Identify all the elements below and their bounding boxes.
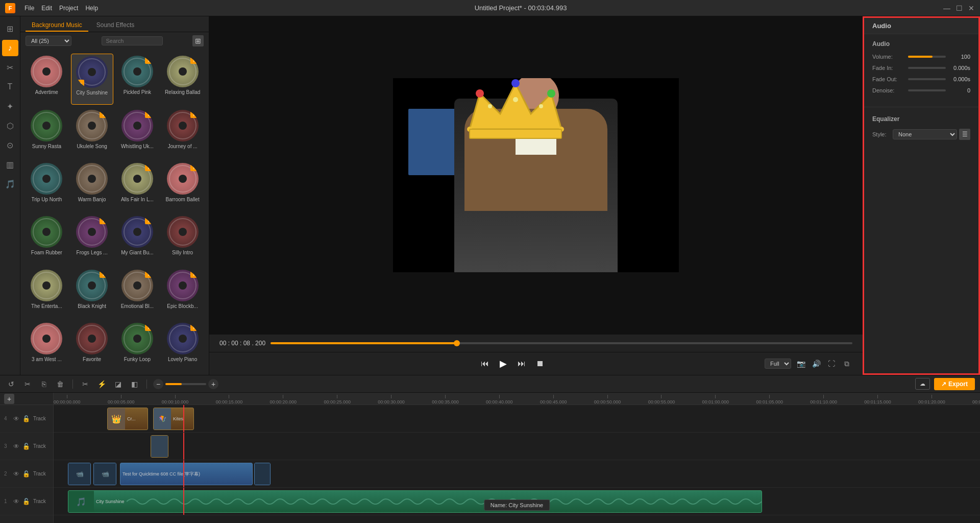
fade-in-slider[interactable] — [908, 67, 946, 69]
music-item-16[interactable]: Silly Intro — [161, 214, 204, 264]
clip-video-end[interactable] — [254, 463, 271, 485]
denoise-slider[interactable] — [908, 89, 946, 91]
sidebar-icon-stickers[interactable]: ⊙ — [2, 137, 18, 153]
split-button[interactable]: ✂ — [21, 378, 34, 390]
ruler-line-14 — [823, 395, 824, 398]
music-item-19[interactable]: ↓Emotional Bl... — [116, 268, 159, 318]
menu-file[interactable]: File — [24, 5, 34, 12]
music-item-21[interactable]: 3 am West ... — [26, 321, 68, 371]
grid-view-button[interactable]: ⊞ — [192, 35, 204, 46]
music-item-7[interactable]: ↓Whistling Uk... — [116, 108, 159, 158]
delete-button[interactable]: 🗑 — [54, 378, 66, 390]
clip-video-1[interactable]: 📹 — [68, 463, 91, 485]
music-item-3[interactable]: ↓Pickled Pink — [116, 54, 159, 105]
tab-sound-effects[interactable]: Sound Effects — [90, 19, 141, 32]
track-visibility-3[interactable]: 👁 — [13, 443, 19, 450]
progress-fill — [271, 342, 457, 344]
music-item-10[interactable]: Warm Banjo — [71, 161, 113, 211]
music-item-14[interactable]: ↓Frogs Legs ... — [71, 214, 113, 264]
music-item-4[interactable]: ↓Relaxing Ballad — [161, 54, 204, 105]
skip-forward-button[interactable]: ⏭ — [514, 356, 529, 371]
pip-icon[interactable]: ⧉ — [841, 358, 852, 369]
music-item-8[interactable]: ↓Journey of ... — [161, 108, 204, 158]
clip-crown[interactable]: 👑 Cr... — [107, 408, 148, 430]
progress-thumb[interactable] — [454, 340, 460, 346]
music-disc-9 — [31, 163, 62, 195]
track-lock-2[interactable]: 🔓 — [22, 470, 30, 478]
quality-select[interactable]: Full 1/2 1/4 — [765, 359, 791, 369]
add-track-button[interactable]: + — [4, 394, 14, 404]
fullscreen-icon[interactable]: ⛶ — [826, 358, 837, 369]
clip-kites[interactable]: 🪁 Kites — [153, 408, 194, 430]
timeline-ruler[interactable]: 00:00:00.00000:00:05.00000:00:10.00000:0… — [54, 393, 980, 405]
fade-out-slider[interactable] — [908, 78, 946, 80]
music-item-13[interactable]: Foam Rubber — [26, 214, 68, 264]
clip-video-2[interactable]: 📹 — [93, 463, 116, 485]
save-to-cloud-button[interactable]: ☁ — [915, 378, 930, 390]
sidebar-icon-cut[interactable]: ✂ — [2, 59, 18, 76]
sidebar-icon-effects[interactable]: ✦ — [2, 98, 18, 114]
eq-settings-button[interactable]: ☰ — [959, 129, 970, 140]
menu-project[interactable]: Project — [59, 5, 78, 12]
zoom-out-button[interactable]: − — [153, 379, 163, 389]
zoom-slider[interactable] — [165, 383, 206, 385]
menu-help[interactable]: Help — [85, 5, 98, 12]
close-button[interactable]: ✕ — [968, 5, 975, 12]
undo-button[interactable]: ↺ — [5, 378, 17, 390]
eq-style-select[interactable]: None — [893, 129, 957, 139]
clip-cc-file[interactable]: Test for Quicktime 608 CC file(苹字幕) — [120, 463, 253, 485]
maximize-button[interactable]: ☐ — [955, 5, 963, 12]
music-item-15[interactable]: ↓My Giant Bu... — [116, 214, 159, 264]
search-input[interactable] — [102, 36, 163, 45]
music-item-17[interactable]: The Enterta... — [26, 268, 68, 318]
media-toolbar: All (25) ⊞ — [20, 32, 209, 50]
filter-select[interactable]: All (25) — [26, 36, 71, 46]
music-item-9[interactable]: Trip Up North — [26, 161, 68, 211]
music-item-1[interactable]: Advertime — [26, 54, 68, 105]
minimize-button[interactable]: — — [943, 5, 950, 12]
volume-icon[interactable]: 🔊 — [811, 358, 822, 369]
clip-city-sunshine[interactable]: 🎵 City Sunshine — [68, 490, 762, 513]
menu-edit[interactable]: Edit — [41, 5, 52, 12]
music-item-24[interactable]: ↓Lovely Piano — [161, 321, 204, 371]
track-visibility-1[interactable]: 👁 — [13, 498, 19, 505]
music-item-23[interactable]: ↓Funky Loop — [116, 321, 159, 371]
track-lock-3[interactable]: 🔓 — [22, 443, 30, 450]
sidebar-icon-home[interactable]: ⊞ — [2, 20, 18, 37]
sidebar-icon-filters[interactable]: ▥ — [2, 156, 18, 173]
music-item-12[interactable]: ↓Barroom Ballet — [161, 161, 204, 211]
clip-track3[interactable] — [151, 435, 168, 458]
lightning-tool[interactable]: ⚡ — [95, 378, 108, 390]
music-item-22[interactable]: Favorite — [71, 321, 113, 371]
color-tool[interactable]: ◪ — [112, 378, 124, 390]
music-item-20[interactable]: ↓Epic Blockb... — [161, 268, 204, 318]
copy-button[interactable]: ⎘ — [38, 378, 50, 390]
music-item-2[interactable]: ♪City Sunshine — [71, 54, 113, 105]
tab-background-music[interactable]: Background Music — [26, 19, 88, 32]
volume-slider[interactable] — [908, 56, 946, 58]
snapshot-icon[interactable]: 📷 — [795, 358, 806, 369]
track-lock-1[interactable]: 🔓 — [22, 498, 30, 505]
music-item-wrap-11: ↓ — [121, 163, 153, 195]
sidebar-icon-transitions[interactable]: ⬡ — [2, 117, 18, 134]
progress-track[interactable] — [271, 342, 852, 344]
sidebar-icon-media[interactable]: ♪ — [2, 40, 18, 56]
fade-out-row: Fade Out: 0.000s — [872, 76, 970, 82]
stop-button[interactable]: ⏹ — [533, 356, 547, 371]
music-item-18[interactable]: ↓Black Knight — [71, 268, 113, 318]
play-button[interactable]: ▶ — [496, 356, 510, 371]
music-item-11[interactable]: ↓Alls Fair In L... — [116, 161, 159, 211]
export-button[interactable]: ↗ Export — [934, 378, 975, 390]
track-visibility-2[interactable]: 👁 — [13, 470, 19, 478]
track-lock-4[interactable]: 🔓 — [22, 415, 30, 422]
cut-tool[interactable]: ✂ — [79, 378, 91, 390]
music-item-5[interactable]: Sunny Rasta — [26, 108, 68, 158]
track-visibility-4[interactable]: 👁 — [13, 415, 19, 422]
skip-back-button[interactable]: ⏮ — [478, 356, 492, 371]
sidebar-icon-text[interactable]: T — [2, 79, 18, 95]
sidebar-icon-audio[interactable]: 🎵 — [2, 176, 18, 192]
crop-tool[interactable]: ◧ — [128, 378, 140, 390]
zoom-in-button[interactable]: + — [208, 379, 218, 389]
music-item-6[interactable]: ↓Ukulele Song — [71, 108, 113, 158]
download-badge-15: ↓ — [145, 217, 152, 224]
